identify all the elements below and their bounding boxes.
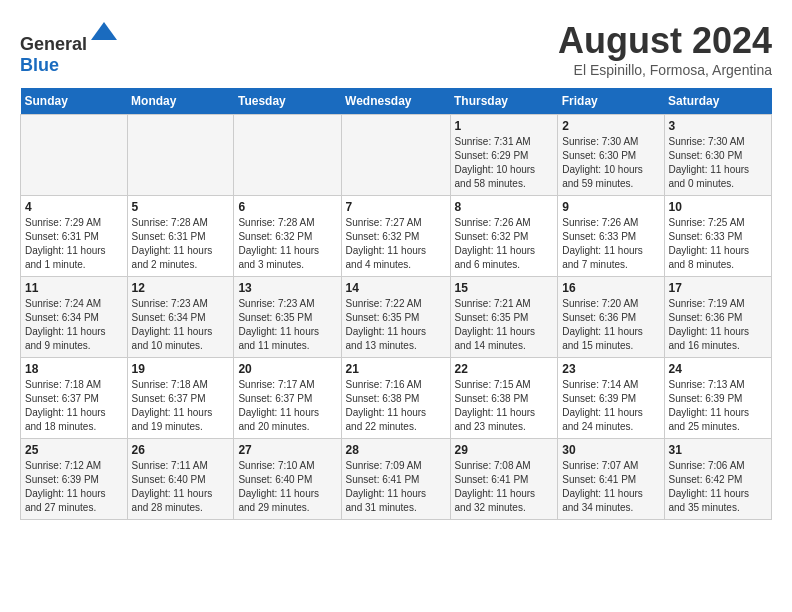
day-number: 18 — [25, 362, 123, 376]
calendar-cell: 11Sunrise: 7:24 AMSunset: 6:34 PMDayligh… — [21, 277, 128, 358]
day-number: 5 — [132, 200, 230, 214]
calendar-cell: 4Sunrise: 7:29 AMSunset: 6:31 PMDaylight… — [21, 196, 128, 277]
day-info: Sunrise: 7:16 AMSunset: 6:38 PMDaylight:… — [346, 378, 446, 434]
day-number: 10 — [669, 200, 768, 214]
calendar-cell: 17Sunrise: 7:19 AMSunset: 6:36 PMDayligh… — [664, 277, 772, 358]
day-info: Sunrise: 7:23 AMSunset: 6:34 PMDaylight:… — [132, 297, 230, 353]
col-saturday: Saturday — [664, 88, 772, 115]
day-number: 26 — [132, 443, 230, 457]
header-row: Sunday Monday Tuesday Wednesday Thursday… — [21, 88, 772, 115]
calendar-cell: 22Sunrise: 7:15 AMSunset: 6:38 PMDayligh… — [450, 358, 558, 439]
day-info: Sunrise: 7:25 AMSunset: 6:33 PMDaylight:… — [669, 216, 768, 272]
day-info: Sunrise: 7:24 AMSunset: 6:34 PMDaylight:… — [25, 297, 123, 353]
logo: General Blue — [20, 20, 119, 76]
calendar-cell: 5Sunrise: 7:28 AMSunset: 6:31 PMDaylight… — [127, 196, 234, 277]
day-number: 25 — [25, 443, 123, 457]
day-info: Sunrise: 7:10 AMSunset: 6:40 PMDaylight:… — [238, 459, 336, 515]
week-row-5: 25Sunrise: 7:12 AMSunset: 6:39 PMDayligh… — [21, 439, 772, 520]
col-wednesday: Wednesday — [341, 88, 450, 115]
week-row-4: 18Sunrise: 7:18 AMSunset: 6:37 PMDayligh… — [21, 358, 772, 439]
col-monday: Monday — [127, 88, 234, 115]
day-number: 30 — [562, 443, 659, 457]
day-info: Sunrise: 7:06 AMSunset: 6:42 PMDaylight:… — [669, 459, 768, 515]
day-info: Sunrise: 7:08 AMSunset: 6:41 PMDaylight:… — [455, 459, 554, 515]
day-info: Sunrise: 7:07 AMSunset: 6:41 PMDaylight:… — [562, 459, 659, 515]
calendar-cell: 15Sunrise: 7:21 AMSunset: 6:35 PMDayligh… — [450, 277, 558, 358]
calendar-cell — [234, 115, 341, 196]
day-number: 4 — [25, 200, 123, 214]
day-info: Sunrise: 7:14 AMSunset: 6:39 PMDaylight:… — [562, 378, 659, 434]
day-number: 13 — [238, 281, 336, 295]
day-number: 27 — [238, 443, 336, 457]
calendar-cell: 1Sunrise: 7:31 AMSunset: 6:29 PMDaylight… — [450, 115, 558, 196]
calendar-cell — [341, 115, 450, 196]
logo-general: General — [20, 34, 87, 54]
day-number: 23 — [562, 362, 659, 376]
location-subtitle: El Espinillo, Formosa, Argentina — [558, 62, 772, 78]
day-info: Sunrise: 7:20 AMSunset: 6:36 PMDaylight:… — [562, 297, 659, 353]
month-title: August 2024 — [558, 20, 772, 62]
day-number: 16 — [562, 281, 659, 295]
day-number: 29 — [455, 443, 554, 457]
calendar-cell: 3Sunrise: 7:30 AMSunset: 6:30 PMDaylight… — [664, 115, 772, 196]
day-number: 12 — [132, 281, 230, 295]
col-tuesday: Tuesday — [234, 88, 341, 115]
day-number: 14 — [346, 281, 446, 295]
calendar-header: Sunday Monday Tuesday Wednesday Thursday… — [21, 88, 772, 115]
week-row-1: 1Sunrise: 7:31 AMSunset: 6:29 PMDaylight… — [21, 115, 772, 196]
day-info: Sunrise: 7:15 AMSunset: 6:38 PMDaylight:… — [455, 378, 554, 434]
day-info: Sunrise: 7:30 AMSunset: 6:30 PMDaylight:… — [669, 135, 768, 191]
day-info: Sunrise: 7:12 AMSunset: 6:39 PMDaylight:… — [25, 459, 123, 515]
day-info: Sunrise: 7:18 AMSunset: 6:37 PMDaylight:… — [132, 378, 230, 434]
day-info: Sunrise: 7:28 AMSunset: 6:32 PMDaylight:… — [238, 216, 336, 272]
day-number: 21 — [346, 362, 446, 376]
calendar-cell: 10Sunrise: 7:25 AMSunset: 6:33 PMDayligh… — [664, 196, 772, 277]
day-number: 31 — [669, 443, 768, 457]
day-number: 15 — [455, 281, 554, 295]
calendar-cell: 16Sunrise: 7:20 AMSunset: 6:36 PMDayligh… — [558, 277, 664, 358]
calendar-cell — [127, 115, 234, 196]
day-info: Sunrise: 7:18 AMSunset: 6:37 PMDaylight:… — [25, 378, 123, 434]
day-info: Sunrise: 7:28 AMSunset: 6:31 PMDaylight:… — [132, 216, 230, 272]
calendar-cell: 13Sunrise: 7:23 AMSunset: 6:35 PMDayligh… — [234, 277, 341, 358]
day-info: Sunrise: 7:13 AMSunset: 6:39 PMDaylight:… — [669, 378, 768, 434]
calendar-cell: 23Sunrise: 7:14 AMSunset: 6:39 PMDayligh… — [558, 358, 664, 439]
calendar-cell: 31Sunrise: 7:06 AMSunset: 6:42 PMDayligh… — [664, 439, 772, 520]
calendar-cell: 28Sunrise: 7:09 AMSunset: 6:41 PMDayligh… — [341, 439, 450, 520]
title-section: August 2024 El Espinillo, Formosa, Argen… — [558, 20, 772, 78]
day-info: Sunrise: 7:29 AMSunset: 6:31 PMDaylight:… — [25, 216, 123, 272]
calendar-cell: 8Sunrise: 7:26 AMSunset: 6:32 PMDaylight… — [450, 196, 558, 277]
col-thursday: Thursday — [450, 88, 558, 115]
day-info: Sunrise: 7:11 AMSunset: 6:40 PMDaylight:… — [132, 459, 230, 515]
day-info: Sunrise: 7:23 AMSunset: 6:35 PMDaylight:… — [238, 297, 336, 353]
calendar-cell: 30Sunrise: 7:07 AMSunset: 6:41 PMDayligh… — [558, 439, 664, 520]
day-number: 20 — [238, 362, 336, 376]
calendar-cell: 20Sunrise: 7:17 AMSunset: 6:37 PMDayligh… — [234, 358, 341, 439]
logo-text: General Blue — [20, 20, 119, 76]
calendar-body: 1Sunrise: 7:31 AMSunset: 6:29 PMDaylight… — [21, 115, 772, 520]
day-info: Sunrise: 7:22 AMSunset: 6:35 PMDaylight:… — [346, 297, 446, 353]
day-number: 22 — [455, 362, 554, 376]
day-info: Sunrise: 7:31 AMSunset: 6:29 PMDaylight:… — [455, 135, 554, 191]
day-number: 3 — [669, 119, 768, 133]
day-number: 7 — [346, 200, 446, 214]
calendar-cell: 27Sunrise: 7:10 AMSunset: 6:40 PMDayligh… — [234, 439, 341, 520]
calendar-cell: 29Sunrise: 7:08 AMSunset: 6:41 PMDayligh… — [450, 439, 558, 520]
calendar-cell: 26Sunrise: 7:11 AMSunset: 6:40 PMDayligh… — [127, 439, 234, 520]
day-number: 19 — [132, 362, 230, 376]
day-info: Sunrise: 7:30 AMSunset: 6:30 PMDaylight:… — [562, 135, 659, 191]
page-header: General Blue August 2024 El Espinillo, F… — [20, 20, 772, 78]
calendar-cell: 9Sunrise: 7:26 AMSunset: 6:33 PMDaylight… — [558, 196, 664, 277]
calendar-cell — [21, 115, 128, 196]
calendar-cell: 2Sunrise: 7:30 AMSunset: 6:30 PMDaylight… — [558, 115, 664, 196]
calendar-cell: 21Sunrise: 7:16 AMSunset: 6:38 PMDayligh… — [341, 358, 450, 439]
day-number: 2 — [562, 119, 659, 133]
day-number: 6 — [238, 200, 336, 214]
day-info: Sunrise: 7:26 AMSunset: 6:33 PMDaylight:… — [562, 216, 659, 272]
calendar-cell: 6Sunrise: 7:28 AMSunset: 6:32 PMDaylight… — [234, 196, 341, 277]
day-info: Sunrise: 7:27 AMSunset: 6:32 PMDaylight:… — [346, 216, 446, 272]
day-info: Sunrise: 7:26 AMSunset: 6:32 PMDaylight:… — [455, 216, 554, 272]
day-number: 1 — [455, 119, 554, 133]
day-number: 24 — [669, 362, 768, 376]
calendar-cell: 25Sunrise: 7:12 AMSunset: 6:39 PMDayligh… — [21, 439, 128, 520]
